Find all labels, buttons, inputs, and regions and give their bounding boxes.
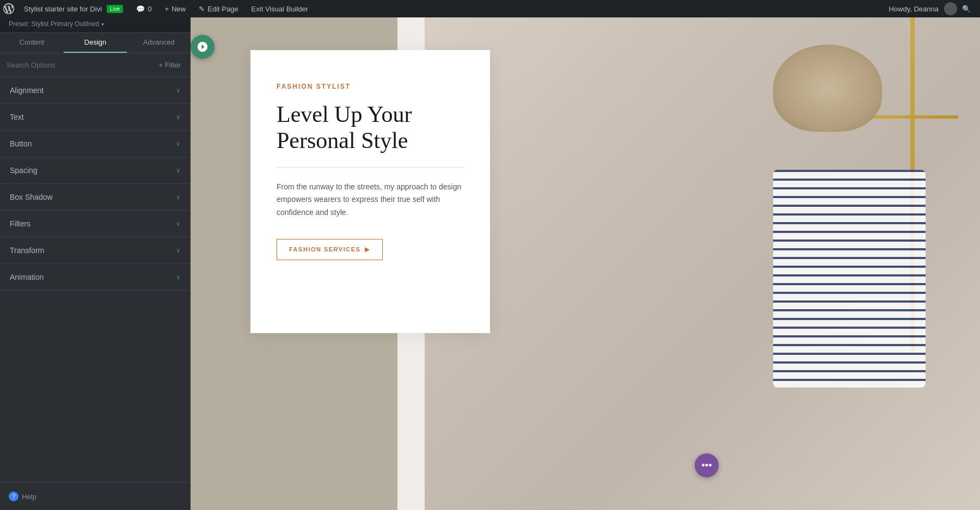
search-icon[interactable]: 🔍	[959, 2, 973, 16]
option-group-text-label: Text	[10, 113, 24, 121]
help-label: Help	[22, 493, 36, 501]
left-panel: Button Presets ⊙ ▣ ⋯ Preset: Stylist Pri…	[0, 0, 191, 510]
panel-subtitle: Preset: Stylist Primary Outlined ▾	[9, 20, 182, 28]
wordpress-logo[interactable]	[0, 0, 17, 17]
chevron-down-icon: ∨	[176, 247, 181, 254]
option-group-filters-label: Filters	[10, 219, 30, 228]
filter-label: Filter	[165, 61, 181, 69]
tab-design[interactable]: Design	[64, 33, 127, 53]
option-group-animation-label: Animation	[10, 273, 44, 281]
floating-dots-menu[interactable]: •••	[695, 453, 719, 477]
user-greeting: Howdy, Deanna	[889, 5, 939, 13]
cta-label: Fashion Services	[289, 246, 360, 253]
filter-button[interactable]: + Filter	[156, 59, 184, 71]
option-group-button-label: Button	[10, 139, 32, 148]
cta-button[interactable]: Fashion Services ▶	[277, 239, 383, 260]
dots-icon: •••	[702, 460, 712, 471]
panel-help[interactable]: ? Help	[0, 482, 191, 510]
exit-builder-label: Exit Visual Builder	[252, 5, 309, 13]
edit-page-bar-item[interactable]: ✎ Edit Page	[192, 0, 244, 17]
card-label: Fashion Stylist	[277, 83, 464, 90]
exit-builder-bar-item[interactable]: Exit Visual Builder	[245, 0, 315, 17]
plus-icon: +	[165, 5, 169, 13]
chevron-down-icon: ∨	[176, 167, 181, 174]
new-label: New	[171, 5, 186, 13]
card-title: Level Up Your Personal Style	[277, 101, 464, 154]
site-name-bar-item[interactable]: Stylist starter site for Divi Live	[17, 0, 130, 17]
chevron-down-icon: ∨	[176, 140, 181, 148]
option-group-animation: Animation ∨	[0, 264, 191, 291]
live-badge: Live	[107, 5, 123, 13]
option-group-alignment: Alignment ∨	[0, 77, 191, 104]
panel-search-bar: + Filter	[0, 53, 191, 77]
card-divider	[277, 167, 464, 168]
admin-bar-left: Stylist starter site for Divi Live 💬 0 +…	[0, 0, 315, 17]
main-content: Fashion Stylist Level Up Your Personal S…	[191, 17, 980, 510]
site-name: Stylist starter site for Divi	[24, 5, 102, 13]
edit-icon: ✎	[199, 5, 205, 13]
fashion-image-bg	[425, 17, 980, 510]
comment-icon: 💬	[136, 5, 145, 13]
user-avatar	[944, 2, 957, 15]
admin-bar: Stylist starter site for Divi Live 💬 0 +…	[0, 0, 980, 17]
chevron-down-icon: ∨	[176, 273, 181, 281]
cta-arrow-icon: ▶	[365, 246, 370, 253]
filter-plus-icon: +	[159, 61, 163, 69]
option-group-box-shadow-label: Box Shadow	[10, 193, 53, 201]
preset-label[interactable]: Preset: Stylist Primary Outlined	[9, 20, 99, 28]
option-group-box-shadow-header[interactable]: Box Shadow ∨	[0, 184, 191, 210]
chevron-down-icon: ∨	[176, 113, 181, 121]
option-group-text: Text ∨	[0, 104, 191, 131]
search-input[interactable]	[7, 61, 151, 69]
shirt-stripes	[773, 170, 926, 388]
preset-dropdown-arrow[interactable]: ▾	[101, 21, 104, 27]
option-group-filters-header[interactable]: Filters ∨	[0, 211, 191, 237]
help-icon: ?	[9, 491, 19, 501]
panel-options-list: Alignment ∨ Text ∨ Button ∨ Spacing ∨ Bo	[0, 77, 191, 482]
new-bar-item[interactable]: + New	[158, 0, 193, 17]
divi-fab-button[interactable]	[191, 35, 215, 59]
card-body: From the runway to the streets, my appro…	[277, 181, 464, 219]
option-group-animation-header[interactable]: Animation ∨	[0, 264, 191, 290]
page-background: Fashion Stylist Level Up Your Personal S…	[191, 17, 980, 510]
hat-shape	[773, 45, 882, 132]
option-group-box-shadow: Box Shadow ∨	[0, 184, 191, 211]
option-group-transform-label: Transform	[10, 246, 44, 255]
chevron-down-icon: ∨	[176, 220, 181, 228]
content-card: Fashion Stylist Level Up Your Personal S…	[250, 50, 490, 333]
panel-tabs: Content Design Advanced	[0, 33, 191, 53]
admin-bar-right: Howdy, Deanna 🔍	[889, 2, 980, 16]
option-group-transform-header[interactable]: Transform ∨	[0, 237, 191, 263]
option-group-button-header[interactable]: Button ∨	[0, 131, 191, 157]
option-group-transform: Transform ∨	[0, 237, 191, 264]
option-group-filters: Filters ∨	[0, 211, 191, 237]
option-group-button: Button ∨	[0, 131, 191, 157]
tab-content[interactable]: Content	[0, 33, 64, 53]
option-group-spacing: Spacing ∨	[0, 157, 191, 184]
option-group-spacing-header[interactable]: Spacing ∨	[0, 157, 191, 183]
option-group-alignment-label: Alignment	[10, 86, 44, 95]
option-group-text-header[interactable]: Text ∨	[0, 104, 191, 130]
option-group-spacing-label: Spacing	[10, 166, 38, 175]
tab-advanced[interactable]: Advanced	[127, 33, 191, 53]
comment-bar-item[interactable]: 💬 0	[130, 0, 158, 17]
option-group-alignment-header[interactable]: Alignment ∨	[0, 77, 191, 103]
rack-horizontal	[871, 115, 958, 119]
comment-count: 0	[148, 5, 151, 13]
chevron-down-icon: ∨	[176, 87, 181, 94]
edit-page-label: Edit Page	[207, 5, 238, 13]
chevron-down-icon: ∨	[176, 193, 181, 201]
bg-right-section	[425, 17, 980, 510]
